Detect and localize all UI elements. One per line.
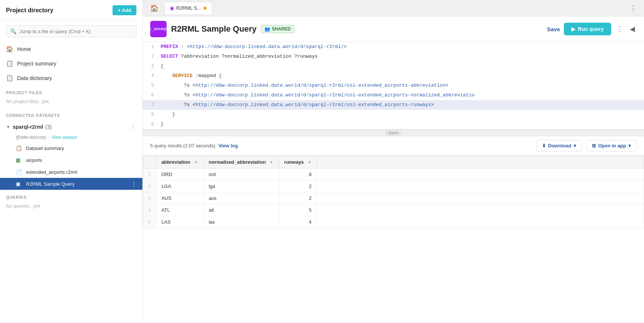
query-more-button[interactable]: ⋮ [615,23,625,35]
download-chevron-icon: ▾ [574,143,576,148]
row-num: 1 [143,169,156,180]
cell-normalized: las [203,216,279,228]
sidebar-header: Project directory + Add [0,0,142,21]
results-area: 5 query results (2.07 seconds) View log … [143,136,644,323]
cell-runways: 4 [279,216,317,228]
table-row: 4 ATL atl 5 [143,204,644,216]
cell-normalized: aus [203,192,279,204]
cell-abbreviation: ORD [156,169,203,180]
sidebar-title: Project directory [6,7,53,14]
table-row: 3 AUS aus 2 [143,192,644,204]
sidebar-item-r2rml-sample-query[interactable]: ▣ R2RML Sample Query ⋮ [0,178,142,190]
code-line-5: 5 ?s <http://ddw-doccorp.linked.data.wor… [143,81,644,90]
dataset-summary-icon: 📋 [16,145,22,151]
query-title: R2RML Sample Query [171,24,256,34]
sidebar-item-extended-airports[interactable]: 📄 extended_airports.r2rml [0,166,142,178]
row-num-col-header [143,156,156,169]
table-row: 1 ORD ord 8 [143,169,644,180]
search-icon: 🔍 [10,28,16,34]
sidebar-item-data-dictionary[interactable]: 📋 Data dictionary [0,71,142,85]
add-button[interactable]: + Add [113,5,136,15]
cell-runways: 2 [279,180,317,192]
project-files-label: PROJECT FILES [0,85,142,97]
r2rml-query-icon: ▣ [16,181,22,187]
play-icon: ▶ [571,26,575,32]
sidebar-item-project-summary[interactable]: 📋 Project summary [0,56,142,71]
airports-label: airports [26,157,42,163]
cell-abbreviation: AUS [156,192,203,204]
main-area: 🏠 ▣ R2RML S... ⋮ >_ SPARQL R2RML Sample … [143,0,644,323]
download-icon: ⬇ [542,143,546,148]
code-editor[interactable]: 1 PREFIX : <https://ddw-doccorp.linked.d… [143,42,644,129]
cell-normalized: ord [203,169,279,180]
extended-airports-label: extended_airports.r2rml [26,169,77,175]
cell-normalized: lga [203,180,279,192]
open-app-button[interactable]: ⊞ Open in app ▾ [586,140,637,151]
child-more-icon[interactable]: ⋮ [132,181,136,187]
save-button[interactable]: Save [547,26,560,32]
tab-unsaved-dot [203,7,206,10]
connected-datasets-label: CONNECTED DATASETS [0,108,142,120]
code-line-8: 8 } [143,110,644,119]
tab-label: R2RML S... [176,5,201,11]
col-abbreviation[interactable]: abbreviation ▼ [156,156,203,169]
dataset-count: (3) [45,124,52,130]
search-input[interactable] [19,29,132,34]
row-num: 5 [143,216,156,228]
dataset-summary-label: Dataset summary [26,145,64,151]
airports-icon: ▦ [16,157,22,163]
sidebar: Project directory + Add 🔍 🏠 Home 📋 Proje… [0,0,143,323]
code-line-6: 6 ?s <http://ddw-doccorp.linked.data.wor… [143,90,644,100]
table-row: 5 LAS las 4 [143,216,644,228]
chevron-down-icon: ▼ [6,124,10,129]
tab-more-button[interactable]: ⋮ [627,3,640,14]
col-extra [317,156,644,169]
code-line-3: 3 { [143,61,644,71]
resize-handle[interactable] [143,129,644,136]
row-num: 4 [143,204,156,216]
queries-empty: No queries...yet. [0,202,142,212]
drag-dots [386,131,401,135]
dataset-meta: @ddw-doccorp · View dataset [0,134,142,142]
download-button[interactable]: ⬇ Download ▾ [536,140,582,151]
view-dataset-link[interactable]: View dataset [51,135,77,140]
queries-label: QUERIES [0,190,142,202]
project-summary-icon: 📋 [6,60,13,67]
r2rml-tab[interactable]: ▣ R2RML S... [164,2,212,14]
dataset-more-icon[interactable]: ⋮ [130,123,136,131]
sidebar-item-airports[interactable]: ▦ airports [0,154,142,166]
project-files-empty: No project files...yet. [0,97,142,108]
extended-airports-icon: 📄 [16,169,22,175]
cell-abbreviation: LGA [156,180,203,192]
sidebar-item-home-label: Home [17,46,31,52]
results-header: 5 query results (2.07 seconds) View log … [143,136,644,156]
cell-abbreviation: LAS [156,216,203,228]
view-log-link[interactable]: View log [218,143,238,148]
code-line-1: 1 PREFIX : <https://ddw-doccorp.linked.d… [143,42,644,52]
code-line-2: 2 SELECT ?abbreviation ?normalized_abbre… [143,52,644,61]
sidebar-item-dataset-summary[interactable]: 📋 Dataset summary [0,142,142,154]
sort-icon-abbreviation: ▼ [194,160,198,164]
dataset-header[interactable]: ▼ sparql-r2rml (3) ⋮ [0,120,142,134]
query-header: >_ SPARQL R2RML Sample Query 👥 SHARED Sa… [143,16,644,42]
col-normalized-abbreviation[interactable]: normalized_abbreviation ▼ [203,156,279,169]
dataset-name: sparql-r2rml [13,124,43,130]
home-icon: 🏠 [6,45,13,52]
col-runways[interactable]: runways ▼ [279,156,317,169]
row-num: 3 [143,192,156,204]
cell-normalized: atl [203,204,279,216]
row-num: 2 [143,180,156,192]
sidebar-item-home[interactable]: 🏠 Home [0,42,142,56]
search-box[interactable]: 🔍 [6,25,136,37]
sort-icon-normalized: ▼ [269,160,274,164]
results-table: abbreviation ▼ normalized_abbreviation ▼… [143,156,644,228]
sparql-logo: >_ SPARQL [150,21,167,37]
tab-bar: 🏠 ▣ R2RML S... ⋮ [143,0,644,16]
home-tab-button[interactable]: 🏠 [147,1,161,15]
run-query-button[interactable]: ▶ Run query [564,23,611,35]
people-icon: 👥 [265,26,270,32]
table-row: 2 LGA lga 2 [143,180,644,192]
collapse-panel-button[interactable]: ◀ [628,23,637,35]
open-app-chevron-icon: ▾ [628,143,631,148]
cell-abbreviation: ATL [156,204,203,216]
